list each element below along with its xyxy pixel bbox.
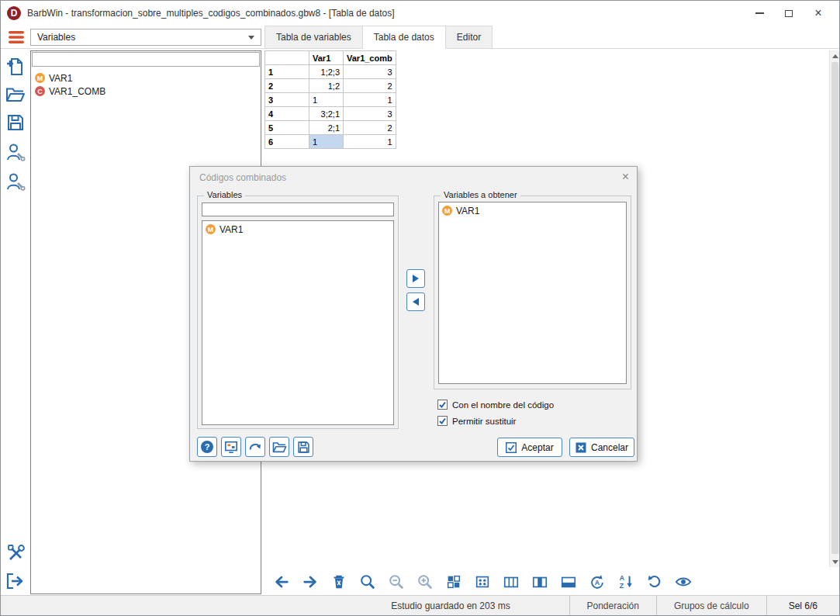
- checkbox-permitir-sustituir[interactable]: Permitir sustituir: [437, 416, 516, 426]
- grid-fill-icon: [445, 573, 462, 590]
- close-button[interactable]: ×: [804, 2, 833, 24]
- row-number[interactable]: 2: [265, 79, 309, 93]
- corner-header-cell[interactable]: [265, 51, 309, 65]
- variable-tools-button[interactable]: [5, 140, 26, 164]
- prev-record-button[interactable]: [272, 573, 291, 591]
- cell-var1-comb[interactable]: 2: [344, 121, 396, 135]
- multiple-variable-icon: M: [206, 224, 216, 234]
- zoom-icon: [359, 573, 376, 590]
- preview-button[interactable]: [221, 437, 241, 457]
- open-file-button[interactable]: [5, 83, 26, 106]
- help-icon: ?: [201, 441, 213, 453]
- preview-icon: [224, 440, 238, 454]
- variable-label: VAR1: [220, 224, 243, 235]
- delete-rows-button[interactable]: [330, 573, 348, 591]
- checkbox-con-nombre-codigo[interactable]: Con el nombre del código: [437, 400, 554, 410]
- sort-button[interactable]: A Z: [617, 573, 635, 591]
- prev-arrow-icon: [273, 573, 290, 590]
- cell-var1-comb[interactable]: 3: [344, 107, 396, 121]
- tab-strip: Tabla de variables Tabla de datos Editor: [264, 26, 493, 49]
- move-left-button[interactable]: [406, 292, 425, 311]
- tab-editor[interactable]: Editor: [446, 26, 493, 49]
- table-header-row: Var1 Var1_comb: [265, 51, 396, 65]
- view-button[interactable]: [674, 573, 693, 591]
- cell-var1-comb[interactable]: 2: [344, 79, 396, 93]
- fit-cells-button[interactable]: [444, 573, 463, 591]
- select-column-button[interactable]: [531, 573, 549, 591]
- column-header-var1-comb[interactable]: Var1_comb: [344, 51, 396, 65]
- new-file-button[interactable]: [5, 55, 26, 78]
- save-button[interactable]: [5, 111, 26, 134]
- column-header-var1[interactable]: Var1: [309, 51, 344, 65]
- open-file-icon: [5, 86, 26, 103]
- cell-var1[interactable]: 3;2;1: [309, 107, 344, 121]
- list-item-var1[interactable]: M VAR1: [33, 71, 258, 85]
- maximize-button[interactable]: [774, 2, 804, 24]
- next-record-button[interactable]: [301, 573, 320, 591]
- dialog-close-button[interactable]: ×: [622, 170, 629, 184]
- source-list-item-var1[interactable]: M VAR1: [204, 223, 392, 236]
- minimize-button[interactable]: [745, 2, 774, 24]
- cancel-x-icon: [576, 442, 586, 453]
- help-button[interactable]: ?: [197, 437, 217, 457]
- zoom-in-button[interactable]: [416, 573, 434, 591]
- cell-var1-comb[interactable]: 1: [344, 93, 396, 107]
- vertical-scrollbar[interactable]: [829, 50, 839, 567]
- zoom-in-icon: [417, 573, 434, 590]
- refresh-button[interactable]: [645, 573, 664, 591]
- main-menu-button[interactable]: [7, 29, 26, 45]
- cell-var1[interactable]: 1;2: [309, 79, 344, 93]
- open-folder-icon: [272, 441, 287, 454]
- save-selection-button[interactable]: [293, 437, 313, 457]
- checkbox-checked-icon: [437, 416, 448, 426]
- aceptar-button[interactable]: Aceptar: [497, 438, 562, 457]
- cell-options-button[interactable]: [473, 573, 492, 591]
- tab-tabla-de-datos[interactable]: Tabla de datos: [363, 26, 446, 49]
- checkbox-label: Con el nombre del código: [452, 400, 554, 410]
- tab-tabla-de-variables[interactable]: Tabla de variables: [264, 26, 363, 49]
- row-number[interactable]: 6: [265, 135, 309, 149]
- target-list-item-var1[interactable]: M VAR1: [441, 204, 624, 217]
- row-number[interactable]: 1: [265, 65, 309, 79]
- exit-button[interactable]: [5, 569, 26, 593]
- recode-button[interactable]: A: [588, 573, 607, 591]
- variable-settings-button[interactable]: [5, 170, 26, 193]
- dialog-title: Códigos combinados: [199, 172, 286, 183]
- list-item-var1-comb[interactable]: C VAR1_COMB: [33, 85, 258, 98]
- select-row-button[interactable]: [559, 573, 578, 591]
- dialog-title-bar[interactable]: Códigos combinados: [190, 167, 637, 189]
- row-number[interactable]: 3: [265, 93, 309, 107]
- cell-var1[interactable]: 1: [309, 93, 344, 107]
- row-number[interactable]: 5: [265, 121, 309, 135]
- move-right-button[interactable]: [406, 269, 425, 288]
- cell-var1-selected[interactable]: 1: [309, 135, 344, 149]
- accept-check-icon: [506, 442, 517, 453]
- cell-var1[interactable]: 2;1: [309, 121, 344, 135]
- cell-var1-comb[interactable]: 1: [344, 135, 396, 149]
- tools-button[interactable]: [5, 542, 26, 565]
- cancelar-button[interactable]: Cancelar: [569, 438, 634, 457]
- window-title: BarbWin - transformacion_sobre_multiples…: [27, 8, 395, 19]
- cell-var1-comb[interactable]: 3: [344, 65, 396, 79]
- scroll-up-button[interactable]: [830, 50, 840, 61]
- status-ponderacion[interactable]: Ponderación: [569, 596, 656, 615]
- scrollbar-thumb[interactable]: [831, 62, 838, 554]
- status-grupos-calculo[interactable]: Grupos de cálculo: [656, 596, 766, 615]
- target-group-label: Variables a obtener: [441, 190, 520, 199]
- cancelar-label: Cancelar: [591, 442, 628, 453]
- columns-view-button[interactable]: [502, 573, 520, 591]
- status-bar: Estudio guardado en 203 ms Ponderación G…: [1, 595, 839, 615]
- variable-filter-input[interactable]: [202, 202, 394, 216]
- left-icon-strip: [1, 49, 30, 595]
- zoom-out-button[interactable]: [387, 573, 406, 591]
- menu-icon: [8, 30, 25, 44]
- cell-var1[interactable]: 1;2;3: [309, 65, 344, 79]
- column-selected-icon: [531, 573, 548, 590]
- zoom-button[interactable]: [358, 573, 377, 591]
- status-message: Estudio guardado en 203 ms: [381, 596, 520, 615]
- row-number[interactable]: 4: [265, 107, 309, 121]
- load-selection-button[interactable]: [269, 437, 289, 457]
- scroll-down-button[interactable]: [830, 556, 840, 567]
- redo-button[interactable]: [245, 437, 265, 457]
- variables-dropdown[interactable]: Variables: [30, 29, 261, 46]
